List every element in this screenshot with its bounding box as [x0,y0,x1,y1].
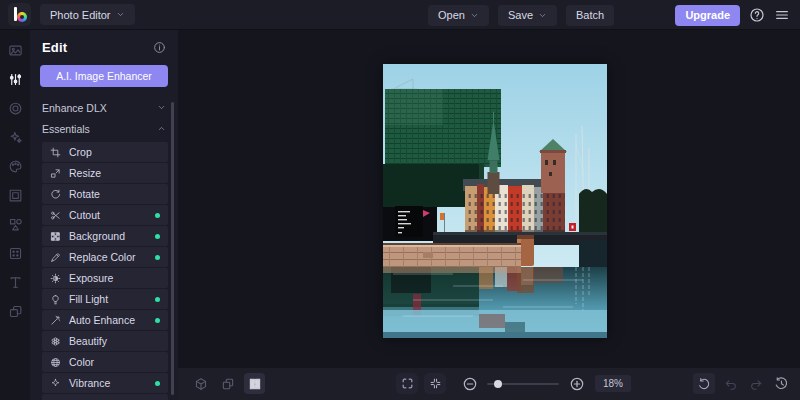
checkerboard-icon [50,231,61,242]
help-icon[interactable] [749,7,765,23]
section-label: Essentials [42,123,90,135]
globe-icon [50,357,61,368]
upgrade-button[interactable]: Upgrade [675,5,740,26]
rail-item-overlays[interactable] [0,239,30,268]
tool-beautify[interactable]: Beautify [42,331,168,351]
rail-item-artsy[interactable] [0,123,30,152]
tool-background[interactable]: Background [42,226,168,246]
redo-icon [749,377,763,391]
open-button-label: Open [438,9,465,21]
resize-icon [50,168,61,179]
texture-icon [8,304,23,319]
history-button[interactable] [772,375,790,393]
panel-scrollbar[interactable] [171,102,174,395]
tool-color[interactable]: Color [42,352,168,372]
tool-vibrance[interactable]: Vibrance [42,373,168,393]
exposure-icon [50,273,61,284]
fit-screen-icon [401,377,414,390]
zoom-in-icon[interactable] [569,376,585,392]
tool-rail [0,30,30,400]
rail-item-touch-up[interactable] [0,152,30,181]
info-icon[interactable] [153,41,166,54]
tool-cutout[interactable]: Cutout [42,205,168,225]
open-button[interactable]: Open [428,5,489,26]
wand-icon [50,315,61,326]
canvas-photo[interactable] [383,64,607,338]
tool-resize[interactable]: Resize [42,163,168,183]
top-bar: Photo Editor Open Save Batch Upgrade [0,0,800,30]
rail-item-image-manager[interactable] [0,36,30,65]
tool-crop[interactable]: Crop [42,142,168,162]
upgrade-button-label: Upgrade [685,9,730,21]
canvas-area[interactable] [178,30,800,368]
zoom-slider-knob[interactable] [494,380,502,388]
history-controls [693,373,790,394]
tool-sharpen[interactable]: Sharpen [42,394,168,400]
tool-label: Fill Light [69,293,155,305]
tool-auto-enhance[interactable]: Auto Enhance [42,310,168,330]
enhanced-dot [155,318,160,323]
tool-rotate[interactable]: Rotate [42,184,168,204]
shapes-icon [8,217,23,232]
rotate-icon [50,189,61,200]
object-tool-button[interactable] [190,373,211,394]
section-essentials[interactable]: Essentials [30,118,178,139]
tool-label: Exposure [69,272,160,284]
compare-button[interactable] [217,373,238,394]
copenhagen-photo [383,64,607,338]
tool-label: Auto Enhance [69,314,155,326]
tool-replace-color[interactable]: Replace Color [42,247,168,267]
rail-item-textures[interactable] [0,297,30,326]
tool-label: Rotate [69,188,160,200]
tool-exposure[interactable]: Exposure [42,268,168,288]
reset-button[interactable] [693,373,715,394]
hamburger-menu-icon[interactable] [774,7,790,23]
topbar-right-group: Upgrade [675,5,790,26]
enhanced-dot [155,297,160,302]
tools-list: Crop Resize Rotate Cutout Background Rep… [42,142,168,400]
ai-image-enhancer-button[interactable]: A.I. Image Enhancer [40,65,168,87]
cube-icon [194,377,208,391]
rail-item-text[interactable] [0,268,30,297]
zoom-slider[interactable] [487,376,559,392]
photo-editor-menu[interactable]: Photo Editor [40,4,135,25]
topbar-center-group: Open Save Batch [428,5,614,26]
bottombar-left-group [190,373,265,394]
save-button[interactable]: Save [498,5,557,26]
grid-icon [248,377,262,391]
section-label: Enhance DLX [42,102,107,114]
zoom-level-badge[interactable]: 18% [595,375,631,392]
bulb-icon [50,294,61,305]
undo-button[interactable] [722,375,740,393]
tool-label: Cutout [69,209,155,221]
sliders-icon [8,72,23,87]
rail-item-graphics[interactable] [0,210,30,239]
panel-header: Edit [30,30,178,61]
logo-stem [14,7,17,21]
fit-to-screen-button[interactable] [396,373,418,394]
rail-item-effects[interactable] [0,94,30,123]
actual-size-button[interactable] [424,373,446,394]
chevron-down-icon [538,11,547,20]
tool-label: Resize [69,167,160,179]
chevron-down-icon [157,103,166,112]
tool-fill-light[interactable]: Fill Light [42,289,168,309]
overlay-icon [8,246,23,261]
rail-item-frames[interactable] [0,181,30,210]
chevron-up-icon [157,124,166,133]
photo-editor-menu-label: Photo Editor [50,9,111,21]
grid-view-button[interactable] [244,373,265,394]
chevron-down-icon [470,11,479,20]
enhanced-dot [155,255,160,260]
zoom-out-icon[interactable] [462,376,478,392]
history-icon [774,376,789,391]
undo-icon [724,377,738,391]
frame-icon [8,188,23,203]
section-enhance-dlx[interactable]: Enhance DLX [30,97,178,118]
rail-item-edit[interactable] [0,65,30,94]
text-icon [8,275,23,290]
befunky-logo[interactable] [8,3,31,26]
flower-icon [50,336,61,347]
batch-button[interactable]: Batch [566,5,614,26]
redo-button[interactable] [747,375,765,393]
